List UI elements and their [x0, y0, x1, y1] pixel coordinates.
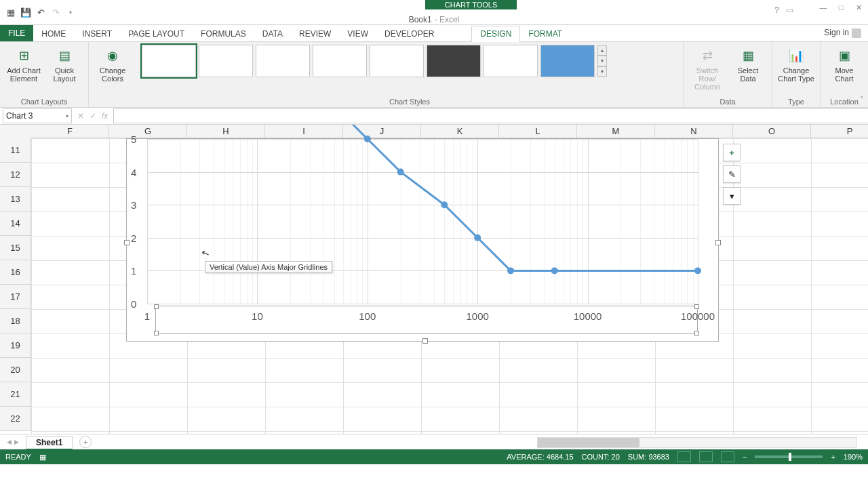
collapse-ribbon-icon[interactable]: ˄	[860, 96, 864, 104]
select-data-button[interactable]: ▦Select Data	[730, 45, 766, 91]
zoom-out-button[interactable]: −	[743, 453, 747, 461]
quick-layout-button[interactable]: ▤Quick Layout	[46, 45, 83, 83]
chart-style-6[interactable]	[427, 45, 481, 77]
gallery-scroll[interactable]: ▴▾▾	[597, 45, 607, 77]
row-header[interactable]: 19	[0, 333, 31, 358]
tab-design[interactable]: DESIGN	[471, 26, 520, 42]
row-header[interactable]: 16	[0, 260, 31, 285]
chart-styles-button[interactable]: ✎	[723, 165, 741, 183]
chart-elements-button[interactable]: +	[723, 144, 741, 161]
column-header[interactable]: N	[655, 125, 733, 138]
horizontal-scrollbar[interactable]	[537, 437, 857, 448]
svg-point-2	[397, 169, 404, 176]
chart-series[interactable]	[147, 139, 698, 304]
row-header[interactable]: 15	[0, 236, 31, 260]
svg-point-7	[694, 267, 701, 274]
chart-style-7[interactable]	[484, 45, 538, 77]
row-header[interactable]: 22	[0, 407, 31, 431]
column-header[interactable]: H	[187, 125, 265, 138]
add-chart-element-button[interactable]: ⊞Add Chart Element	[5, 45, 42, 83]
save-button[interactable]: 💾	[19, 5, 33, 19]
switch-icon: ⇄	[698, 46, 717, 65]
worksheet-area[interactable]: FGHIJKLMNOP 111213141516171819202122 Ver…	[0, 125, 868, 434]
name-box[interactable]: Chart 3▾	[3, 108, 72, 123]
row-header[interactable]: 13	[0, 187, 31, 211]
svg-point-1	[364, 136, 371, 142]
minimize-button[interactable]: —	[816, 3, 830, 12]
zoom-slider[interactable]	[755, 455, 823, 458]
row-header[interactable]: 18	[0, 309, 31, 333]
column-header[interactable]: G	[109, 125, 187, 138]
quick-layout-icon: ▤	[55, 46, 74, 65]
view-normal-button[interactable]	[677, 451, 691, 462]
x-axis-selection[interactable]	[155, 306, 698, 334]
tab-data[interactable]: DATA	[254, 26, 291, 41]
row-header[interactable]: 21	[0, 382, 31, 407]
switch-row-column-button: ⇄Switch Row/ Column	[689, 45, 726, 91]
row-header[interactable]: 20	[0, 358, 31, 382]
group-chart-styles: ▴▾▾ Chart Styles	[136, 42, 684, 107]
chart-style-3[interactable]	[256, 45, 310, 77]
group-label: Type	[778, 98, 814, 106]
chevron-down-icon[interactable]: ▾	[66, 113, 68, 119]
change-colors-button[interactable]: ◉Change Colors	[94, 45, 131, 83]
maximize-button[interactable]: □	[834, 3, 848, 12]
tab-view[interactable]: VIEW	[339, 26, 376, 41]
contextual-tab-label: CHART TOOLS	[425, 0, 517, 9]
chart-style-2[interactable]	[199, 45, 253, 77]
y-tick-label: 5	[131, 134, 136, 145]
row-header[interactable]: 17	[0, 285, 31, 309]
chart-style-4[interactable]	[313, 45, 367, 77]
close-button[interactable]: ✕	[852, 3, 865, 12]
tab-developer[interactable]: DEVELOPER	[376, 26, 442, 41]
column-header[interactable]: P	[811, 125, 868, 138]
fx-icon[interactable]: fx	[102, 111, 108, 121]
chart-object[interactable]: Vertical (Value) Axis Major Gridlines ↖ …	[126, 138, 719, 342]
tab-home[interactable]: HOME	[33, 26, 74, 41]
tab-review[interactable]: REVIEW	[291, 26, 339, 41]
zoom-level[interactable]: 190%	[844, 453, 863, 461]
add-sheet-button[interactable]: +	[79, 436, 92, 448]
move-chart-button[interactable]: ▣Move Chart	[826, 45, 863, 83]
y-tick-label: 2	[131, 232, 136, 243]
macro-record-icon[interactable]: ▦	[39, 453, 46, 462]
sheet-tab-sheet1[interactable]: Sheet1	[26, 436, 73, 450]
undo-button[interactable]: ↶	[34, 5, 47, 19]
select-data-icon: ▦	[738, 46, 757, 65]
chart-style-5[interactable]	[370, 45, 424, 77]
column-header[interactable]: M	[577, 125, 655, 138]
plot-area[interactable]	[147, 139, 698, 304]
x-tick-label: 1	[144, 310, 150, 322]
change-chart-type-button[interactable]: 📊Change Chart Type	[778, 45, 814, 83]
redo-button[interactable]: ↷	[49, 5, 62, 19]
view-page-layout-button[interactable]	[699, 451, 713, 462]
tab-file[interactable]: FILE	[0, 25, 33, 41]
chart-filters-button[interactable]: ▾	[723, 187, 741, 205]
row-header[interactable]: 14	[0, 211, 31, 236]
chart-style-8[interactable]	[540, 45, 595, 77]
x-tick-label: 10000	[574, 310, 602, 322]
row-header[interactable]: 11	[0, 138, 31, 163]
column-header[interactable]: O	[733, 125, 811, 138]
column-header[interactable]: I	[265, 125, 343, 138]
column-header[interactable]: F	[31, 125, 109, 138]
sign-in-link[interactable]: Sign in	[824, 28, 861, 38]
column-header[interactable]: L	[499, 125, 577, 138]
ribbon-display-icon[interactable]: ▭	[786, 5, 793, 15]
tab-page-layout[interactable]: PAGE LAYOUT	[120, 26, 193, 41]
select-all-corner[interactable]	[0, 125, 32, 139]
column-header[interactable]: K	[421, 125, 499, 138]
column-headers[interactable]: FGHIJKLMNOP	[31, 125, 868, 138]
tab-formulas[interactable]: FORMULAS	[193, 26, 254, 41]
chart-style-1[interactable]	[142, 45, 196, 77]
tab-insert[interactable]: INSERT	[74, 26, 120, 41]
qat-dropdown-icon[interactable]: ▾	[64, 5, 77, 19]
help-icon[interactable]: ?	[774, 5, 779, 15]
sheet-nav[interactable]: ◀▶	[7, 439, 19, 445]
row-headers[interactable]: 111213141516171819202122	[0, 138, 31, 431]
formula-input[interactable]	[113, 108, 868, 123]
row-header[interactable]: 12	[0, 163, 31, 187]
tab-format[interactable]: FORMAT	[520, 26, 570, 41]
view-page-break-button[interactable]	[721, 451, 734, 462]
zoom-in-button[interactable]: +	[831, 453, 835, 461]
